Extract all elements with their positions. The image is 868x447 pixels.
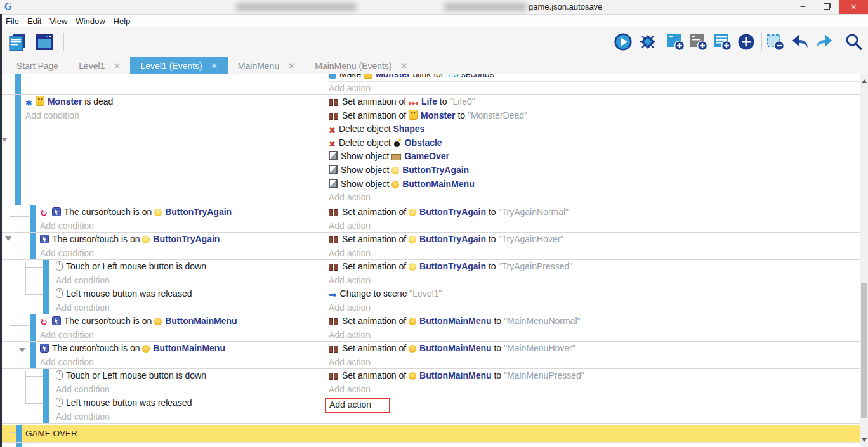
action-row[interactable]: Set animation of ButtonTryAgain to "TryA… xyxy=(329,260,860,274)
action-row[interactable]: Set animation of ButtonMainMenu to "Main… xyxy=(329,314,860,328)
delete-event-icon[interactable] xyxy=(766,32,785,51)
animation-icon xyxy=(329,207,339,221)
add-condition-button[interactable]: Add condition xyxy=(56,274,325,287)
action-row[interactable]: Set animation of Life to "Life0" xyxy=(329,95,860,109)
add-condition-button[interactable]: Add condition xyxy=(56,383,325,396)
actions-cell: Set animation of Life to "Life0"Set anim… xyxy=(325,95,860,205)
mouse-icon xyxy=(56,261,63,275)
add-action-button[interactable]: Add action xyxy=(329,219,860,233)
action-row[interactable]: Show object ButtonMainMenu xyxy=(329,178,860,191)
button-yellow-icon xyxy=(409,234,416,248)
tab-close-icon[interactable]: ✕ xyxy=(401,62,407,70)
tab-start-page[interactable]: Start Page xyxy=(6,57,69,74)
scroll-down-icon[interactable] xyxy=(862,438,867,442)
action-row[interactable]: Set animation of ButtonMainMenu to "Main… xyxy=(329,342,860,356)
search-icon[interactable] xyxy=(844,32,863,51)
close-button[interactable]: ✕ xyxy=(839,0,868,14)
tab-mainmenu[interactable]: MainMenu✕ xyxy=(228,57,305,74)
button-yellow-icon xyxy=(154,207,162,221)
monster-icon xyxy=(364,74,372,82)
tab-level1-events[interactable]: Level1 (Events)✕ xyxy=(130,57,227,74)
add-action-button[interactable]: Add action xyxy=(329,247,860,260)
project-manager-icon[interactable] xyxy=(8,32,27,51)
action-row[interactable]: ✖Delete object Shapes xyxy=(329,122,860,136)
add-action-button-highlighted[interactable]: Add action xyxy=(325,398,390,413)
menu-edit[interactable]: Edit xyxy=(26,16,43,26)
actions-cell: ⇒Change to scene "Level1"Add action xyxy=(325,287,860,314)
tab-level1[interactable]: Level1✕ xyxy=(69,57,130,74)
scene-editor-icon[interactable] xyxy=(35,32,54,51)
timer-icon xyxy=(329,74,336,82)
add-condition-button[interactable]: Add condition xyxy=(40,356,325,369)
condition-row[interactable]: ↻The cursor/touch is on ButtonMainMenu xyxy=(40,314,325,328)
comment-game-over[interactable]: GAME OVER xyxy=(0,425,860,442)
add-action-button[interactable]: Add action xyxy=(329,191,860,205)
add-action-button[interactable]: Add action xyxy=(329,328,860,342)
add-action-button[interactable]: Add action xyxy=(329,274,860,287)
cursor-icon xyxy=(52,316,61,325)
add-action-button[interactable]: Add action xyxy=(329,82,860,94)
menu-help[interactable]: Help xyxy=(112,16,132,26)
condition-row[interactable]: Left mouse button was released xyxy=(56,396,325,410)
tab-mainmenu-events[interactable]: MainMenu (Events)✕ xyxy=(305,57,417,74)
text-segment: The cursor/touch is on xyxy=(52,343,142,353)
add-circle-icon[interactable] xyxy=(737,32,756,51)
play-icon[interactable] xyxy=(614,32,633,51)
minimize-button[interactable]: – xyxy=(792,0,813,14)
button-orange-icon xyxy=(391,179,399,193)
scrollbar-thumb[interactable] xyxy=(861,283,867,418)
condition-row[interactable]: ↻The cursor/touch is on ButtonTryAgain xyxy=(40,205,325,219)
animation-icon xyxy=(329,343,339,357)
button-orange-icon xyxy=(409,343,416,357)
condition-row[interactable]: ✱Monster is dead xyxy=(25,95,325,109)
condition-row[interactable]: Left mouse button was released xyxy=(56,287,325,301)
action-row[interactable]: Set animation of ButtonTryAgain to "TryA… xyxy=(329,233,860,247)
tab-close-icon[interactable]: ✕ xyxy=(211,62,218,70)
add-event-icon[interactable] xyxy=(666,32,685,51)
conditions-cell: Left mouse button was releasedAdd condit… xyxy=(0,287,325,314)
action-row[interactable]: Set animation of ButtonMainMenu to "Main… xyxy=(329,369,860,383)
add-condition-button[interactable]: Add condition xyxy=(56,410,325,424)
menu-file[interactable]: File xyxy=(4,16,20,26)
monster-icon xyxy=(36,96,44,110)
add-condition-button[interactable]: Add condition xyxy=(40,247,325,260)
event-selection-bar[interactable] xyxy=(16,425,22,442)
debug-icon[interactable] xyxy=(638,32,657,51)
vertical-scrollbar[interactable] xyxy=(860,74,868,447)
text-segment: to xyxy=(437,96,449,107)
event-cursor-on-tryagain: The cursor/touch is on ButtonTryAgainAdd… xyxy=(0,233,860,260)
action-row[interactable]: ✖Delete object Obstacle xyxy=(329,136,860,150)
add-condition-button[interactable]: Add condition xyxy=(40,328,325,342)
menu-window[interactable]: Window xyxy=(74,16,106,26)
add-action-button[interactable]: Add action xyxy=(329,301,860,314)
tab-label: MainMenu xyxy=(238,61,279,71)
menu-view[interactable]: View xyxy=(48,16,69,26)
event-selection-bar[interactable] xyxy=(16,443,22,447)
add-action-button[interactable]: Add action xyxy=(329,356,860,369)
condition-row[interactable]: The cursor/touch is on ButtonMainMenu xyxy=(40,342,325,356)
add-condition-button[interactable]: Add condition xyxy=(56,301,325,314)
condition-row[interactable]: Touch or Left mouse button is down xyxy=(56,260,325,274)
add-condition-button[interactable]: Add condition xyxy=(25,74,325,79)
tab-close-icon[interactable]: ✕ xyxy=(114,62,120,70)
add-condition-button[interactable]: Add condition xyxy=(25,109,325,123)
action-row[interactable]: Set animation of ButtonTryAgain to "TryA… xyxy=(329,205,860,219)
add-comment-icon[interactable] xyxy=(713,32,732,51)
action-row[interactable]: Set animation of Monster to "MonsterDead… xyxy=(329,109,860,123)
condition-row[interactable]: Touch or Left mouse button is down xyxy=(56,369,325,383)
action-row[interactable]: ⇒Change to scene "Level1" xyxy=(329,287,860,301)
tab-close-icon[interactable]: ✕ xyxy=(288,62,294,70)
maximize-button[interactable] xyxy=(816,0,838,14)
clipped-action-row[interactable]: Make Monster blink for 1.5 seconds xyxy=(329,74,860,82)
add-condition-button[interactable]: Add condition xyxy=(40,219,325,233)
undo-icon[interactable] xyxy=(791,32,810,51)
add-action-button[interactable]: Add action xyxy=(329,383,860,396)
action-row[interactable]: Show object ButtonTryAgain xyxy=(329,164,860,178)
redo-icon[interactable] xyxy=(815,32,834,51)
add-subevent-icon[interactable] xyxy=(689,32,708,51)
event-released-mainmenu: Left mouse button was releasedAdd condit… xyxy=(0,396,860,424)
action-row[interactable]: Show object GameOver xyxy=(329,150,860,164)
event-monster-is-dead: ✱Monster is deadAdd conditionSet animati… xyxy=(0,95,860,205)
condition-row[interactable]: The cursor/touch is on ButtonTryAgain xyxy=(40,233,325,247)
scroll-up-icon[interactable] xyxy=(862,79,867,83)
